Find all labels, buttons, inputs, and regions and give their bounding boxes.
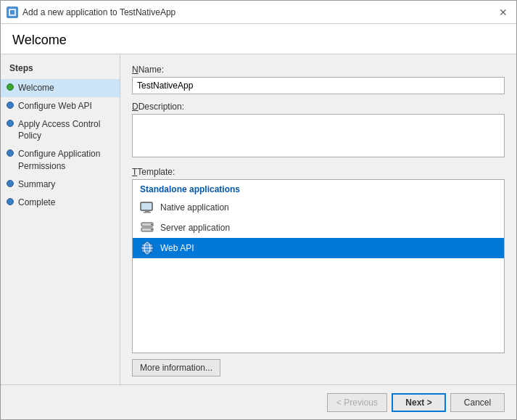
main-panel: NName: DDescription: TTemplate: Standalo…	[120, 54, 516, 384]
sidebar-label-complete: Complete	[18, 197, 55, 209]
template-box: Standalone applications Native applicati…	[132, 179, 505, 353]
sidebar-label-welcome: Welcome	[18, 82, 54, 94]
sidebar-item-configure-app-permissions[interactable]: Configure Application Permissions	[1, 145, 120, 176]
close-button[interactable]: ✕	[496, 5, 510, 20]
sidebar-label-configure-web-api: Configure Web API	[18, 100, 92, 112]
step-dot-welcome	[7, 83, 14, 91]
name-label: NName:	[132, 65, 505, 75]
sidebar-label-configure-app-permissions: Configure Application Permissions	[18, 148, 114, 173]
description-input[interactable]	[132, 114, 505, 157]
step-dot-configure-app-permissions	[7, 149, 14, 157]
sidebar-label-apply-access-control: Apply Access Control Policy	[18, 118, 114, 143]
more-info-button[interactable]: More information...	[132, 359, 220, 376]
sidebar-label-summary: Summary	[18, 178, 55, 191]
titlebar: Add a new application to TestNativeApp ✕	[1, 1, 516, 24]
svg-point-8	[151, 229, 152, 231]
server-icon	[140, 221, 154, 235]
sidebar-heading: Steps	[1, 63, 120, 79]
step-dot-configure-web-api	[7, 102, 14, 109]
sidebar-item-configure-web-api[interactable]: Configure Web API	[1, 97, 120, 115]
previous-button[interactable]: < Previous	[327, 393, 387, 412]
server-app-label: Server application	[160, 223, 230, 233]
svg-rect-4	[144, 212, 151, 213]
template-item-native-app[interactable]: Native application	[133, 197, 504, 218]
content-area: Steps Welcome Configure Web API Apply Ac…	[1, 54, 516, 384]
native-app-label: Native application	[160, 202, 229, 213]
svg-rect-3	[145, 210, 149, 212]
svg-point-7	[151, 224, 152, 226]
template-item-web-api[interactable]: Web API	[133, 238, 504, 258]
template-label: TTemplate:	[132, 167, 505, 177]
template-item-server-app[interactable]: Server application	[133, 218, 504, 238]
template-field-group: TTemplate: Standalone applications Nativ…	[132, 167, 505, 376]
sidebar: Steps Welcome Configure Web API Apply Ac…	[1, 54, 120, 384]
monitor-icon	[140, 200, 154, 215]
sidebar-item-apply-access-control[interactable]: Apply Access Control Policy	[1, 115, 120, 146]
sidebar-item-summary[interactable]: Summary	[1, 176, 120, 194]
svg-rect-2	[141, 202, 152, 210]
app-icon	[7, 7, 18, 18]
sidebar-item-complete[interactable]: Complete	[1, 194, 120, 212]
more-info-container: More information...	[132, 359, 505, 376]
globe-icon	[140, 241, 154, 255]
window-title: Add a new application to TestNativeApp	[22, 7, 496, 17]
description-field-group: DDescription:	[132, 102, 505, 160]
svg-rect-1	[10, 10, 15, 15]
name-input[interactable]	[132, 77, 505, 94]
page-title: Welcome	[1, 24, 516, 54]
main-window: Add a new application to TestNativeApp ✕…	[0, 0, 517, 420]
template-section-title: Standalone applications	[133, 180, 504, 197]
step-dot-complete	[7, 198, 14, 205]
web-api-label: Web API	[160, 243, 194, 253]
description-label: DDescription:	[132, 102, 505, 112]
footer: < Previous Next > Cancel	[1, 384, 516, 419]
step-dot-apply-access-control	[7, 120, 14, 127]
next-button[interactable]: Next >	[392, 393, 446, 412]
sidebar-item-welcome[interactable]: Welcome	[1, 79, 120, 97]
cancel-button[interactable]: Cancel	[450, 393, 505, 412]
name-field-group: NName:	[132, 65, 505, 94]
step-dot-summary	[7, 180, 14, 187]
